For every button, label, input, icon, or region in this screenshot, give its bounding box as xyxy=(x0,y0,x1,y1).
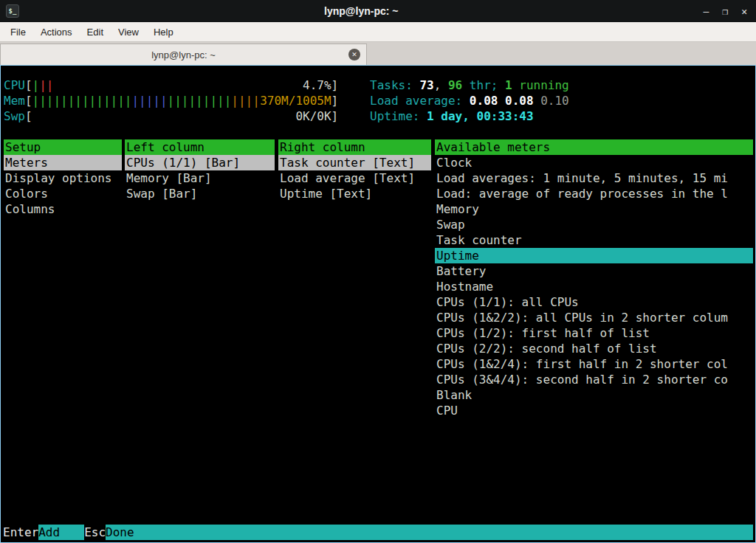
tasks-count: 73 xyxy=(419,78,433,92)
menu-file[interactable]: File xyxy=(3,24,33,41)
swap-meter: Swp[0K/0K] xyxy=(4,108,338,124)
running-count: 1 xyxy=(505,78,512,92)
esc-key-label[interactable]: Esc xyxy=(84,525,106,540)
available-meter-memory[interactable]: Memory xyxy=(435,201,753,217)
available-meter-cpus-2-2[interactable]: CPUs (2/2): second half of list xyxy=(435,341,753,356)
mem-meter-label: Mem xyxy=(4,93,25,108)
window-title: lynp@lyn-pc: ~ xyxy=(19,5,704,17)
function-bar: Enter Add Esc Done xyxy=(3,525,753,540)
mem-meter-close-bracket: ] xyxy=(331,93,339,108)
setup-category-meters[interactable]: Meters xyxy=(4,155,122,170)
available-meter-cpu[interactable]: CPU xyxy=(435,403,753,418)
uptime-value: 1 day, 00:33:43 xyxy=(427,109,534,123)
menu-edit[interactable]: Edit xyxy=(80,24,111,41)
terminal-window: $_ lynp@lyn-pc: ~ – ❐ ✕ File Actions Edi… xyxy=(0,0,756,543)
right-column-header: Right column xyxy=(278,139,431,155)
available-meter-task-counter[interactable]: Task counter xyxy=(435,232,753,248)
available-meter-cpus-1and2-2[interactable]: CPUs (1&2/2): all CPUs in 2 shorter colu… xyxy=(435,310,753,325)
terminal-app-icon: $_ xyxy=(6,4,19,18)
left-column-item-memory[interactable]: Memory [Bar] xyxy=(125,170,275,186)
available-meter-uptime[interactable]: Uptime xyxy=(435,248,753,263)
load-average-label: Load average: xyxy=(370,94,470,108)
available-meter-battery[interactable]: Battery xyxy=(435,263,753,279)
available-meter-load-averages[interactable]: Load averages: 1 minute, 5 minutes, 15 m… xyxy=(435,170,753,186)
swap-meter-open-bracket: [ xyxy=(25,108,32,124)
available-meter-clock[interactable]: Clock xyxy=(435,155,753,170)
uptime-label: Uptime: xyxy=(370,109,427,123)
mem-meter-value: 370M/1005M xyxy=(260,93,331,108)
terminal-screen[interactable]: CPU[|||4.7%] Mem[|||||||||||||||||||||||… xyxy=(0,65,756,543)
available-meter-blank[interactable]: Blank xyxy=(435,387,753,403)
cpu-meter-bar: |||4.7% xyxy=(32,77,331,93)
available-meter-cpus-1and2-4[interactable]: CPUs (1&2/4): first half in 2 shorter co… xyxy=(435,356,753,372)
uptime-line: Uptime: 1 day, 00:33:43 xyxy=(370,108,569,124)
cpu-meter-label: CPU xyxy=(4,77,25,93)
menu-view[interactable]: View xyxy=(111,24,146,41)
cpu-bar-red-segment: || xyxy=(39,78,53,92)
setup-categories-panel: Setup Meters Display options Colors Colu… xyxy=(4,139,122,217)
right-column-panel: Right column Task counter [Text] Load av… xyxy=(278,139,431,201)
available-meter-cpus-1-1[interactable]: CPUs (1/1): all CPUs xyxy=(435,294,753,310)
mem-bar-blue-segment: ||||| xyxy=(131,94,167,108)
menu-actions[interactable]: Actions xyxy=(33,24,80,41)
load-15min: 0.10 xyxy=(540,94,569,108)
load-5min: 0.08 xyxy=(505,94,540,108)
available-meter-hostname[interactable]: Hostname xyxy=(435,279,753,294)
cpu-meter-open-bracket: [ xyxy=(25,77,32,93)
titlebar[interactable]: $_ lynp@lyn-pc: ~ – ❐ ✕ xyxy=(0,0,756,22)
tasks-separator: , xyxy=(434,78,448,92)
available-meter-swap[interactable]: Swap xyxy=(435,217,753,232)
mem-meter-open-bracket: [ xyxy=(25,93,32,108)
tasks-line: Tasks: 73, 96 thr; 1 running xyxy=(370,77,569,93)
done-action-button[interactable]: Done xyxy=(106,525,753,540)
right-column-item-task-counter[interactable]: Task counter [Text] xyxy=(278,155,431,170)
cpu-meter-close-bracket: ] xyxy=(331,77,339,93)
available-meter-cpus-1-2[interactable]: CPUs (1/2): first half of list xyxy=(435,325,753,341)
swap-meter-value: 0K/0K xyxy=(295,108,331,124)
running-label: running xyxy=(512,78,569,92)
tasks-label: Tasks: xyxy=(370,78,419,92)
left-column-panel: Left column CPUs (1/1) [Bar] Memory [Bar… xyxy=(125,139,275,201)
window-controls: – ❐ ✕ xyxy=(704,6,750,17)
available-meters-panel: Available meters Clock Load averages: 1 … xyxy=(435,139,753,418)
htop-header-stats: Tasks: 73, 96 thr; 1 running Load averag… xyxy=(370,77,569,124)
setup-category-display-options[interactable]: Display options xyxy=(4,170,122,186)
setup-panel-header: Setup xyxy=(4,139,122,155)
swap-meter-close-bracket: ] xyxy=(331,108,339,124)
close-button[interactable]: ✕ xyxy=(741,6,747,17)
mem-meter-bar: ||||||||||||||||||||||||||||||||370M/100… xyxy=(32,93,331,108)
mem-bar-green-segment-1: |||||||||||||| xyxy=(32,94,132,108)
right-column-item-load-average[interactable]: Load average [Text] xyxy=(278,170,431,186)
mem-meter: Mem[||||||||||||||||||||||||||||||||370M… xyxy=(4,93,338,108)
load-1min: 0.08 xyxy=(470,94,505,108)
cpu-meter-value: 4.7% xyxy=(303,77,331,93)
htop-setup-screen: Setup Meters Display options Colors Colu… xyxy=(1,139,755,520)
tab-close-icon[interactable]: ✕ xyxy=(348,49,360,60)
close-x-glyph: ✕ xyxy=(351,51,357,58)
left-column-item-cpus[interactable]: CPUs (1/1) [Bar] xyxy=(125,155,275,170)
swap-meter-label: Swp xyxy=(4,108,25,124)
setup-category-colors[interactable]: Colors xyxy=(4,186,122,201)
load-average-line: Load average: 0.08 0.08 0.10 xyxy=(370,93,569,108)
threads-label: thr; xyxy=(462,78,505,92)
tab-label: lynp@lyn-pc: ~ xyxy=(151,49,216,60)
setup-category-columns[interactable]: Columns xyxy=(4,201,122,217)
terminal-app-icon-glyph: $_ xyxy=(9,7,17,15)
available-meter-cpus-3and4-4[interactable]: CPUs (3&4/4): second half in 2 shorter c… xyxy=(435,372,753,387)
tab-terminal[interactable]: lynp@lyn-pc: ~ ✕ xyxy=(0,44,367,65)
right-column-item-uptime[interactable]: Uptime [Text] xyxy=(278,186,431,201)
menubar: File Actions Edit View Help xyxy=(0,22,756,42)
minimize-button[interactable]: – xyxy=(704,6,709,17)
enter-key-label[interactable]: Enter xyxy=(3,525,38,540)
tab-bar: lynp@lyn-pc: ~ ✕ xyxy=(0,42,756,65)
htop-header-meters: CPU[|||4.7%] Mem[|||||||||||||||||||||||… xyxy=(4,77,338,124)
swap-meter-bar: 0K/0K xyxy=(32,108,331,124)
maximize-button[interactable]: ❐ xyxy=(722,6,728,17)
menu-help[interactable]: Help xyxy=(146,24,181,41)
available-meter-load[interactable]: Load: average of ready processes in the … xyxy=(435,186,753,201)
mem-bar-orange-segment: |||| xyxy=(231,94,260,108)
cpu-meter: CPU[|||4.7%] xyxy=(4,77,338,93)
left-column-item-swap[interactable]: Swap [Bar] xyxy=(125,186,275,201)
add-action-button[interactable]: Add xyxy=(38,525,84,540)
cpu-bar-green-segment: | xyxy=(32,78,40,92)
